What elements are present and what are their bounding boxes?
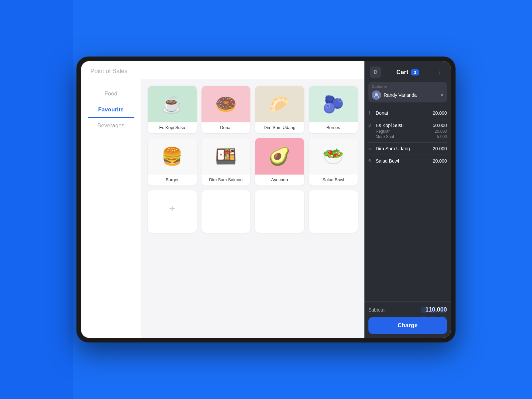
food-card-label: Dim Sum Salmon <box>201 175 251 186</box>
cart-item-dim-sum-udang: 5 Dim Sum Udang 20.000 <box>368 143 447 155</box>
cart-item-price: 20.000 <box>433 110 447 116</box>
trash-button[interactable] <box>370 66 381 78</box>
subtotal-label: Subtotal <box>368 307 385 313</box>
cart-item-sub-items: Regular 20.000 More Shot 5.000 <box>368 129 447 139</box>
cart-item-name: Dim Sum Udang <box>376 146 431 151</box>
add-item-icon: + <box>148 190 197 227</box>
add-item-label <box>148 227 197 233</box>
customer-close-button[interactable]: × <box>441 92 444 98</box>
cart-item-qty: 8 <box>368 123 374 128</box>
cart-badge: 3 <box>411 69 419 75</box>
cart-item-price: 50.000 <box>433 123 447 128</box>
cart-sub-row: More Shot 5.000 <box>376 134 447 139</box>
cart-title-area: Cart 3 <box>384 69 432 76</box>
empty-card-2 <box>255 190 304 233</box>
sidebar-nav: Food Favourite Beverages <box>81 79 141 338</box>
food-grid-area: ☕ Es Kopi Susu 🍩 Donat <box>141 79 364 338</box>
customer-avatar <box>372 90 381 100</box>
food-card-label: Berries <box>309 122 358 133</box>
left-panel: Point of Sales Food Favourite Beverages <box>81 61 364 338</box>
cart-item-es-kopi-susu: 8 Es Kopi Susu 50.000 Regular 20.000 Mor… <box>368 119 447 143</box>
cart-sub-row: Regular 20.000 <box>376 129 447 134</box>
food-card-es-kopi-susu[interactable]: ☕ Es Kopi Susu <box>148 86 197 133</box>
cart-panel: Cart 3 ⋮ Customer Randy Varianda × <box>364 61 451 338</box>
more-options-button[interactable]: ⋮ <box>434 66 446 78</box>
food-card-label: Salad Bowl <box>309 175 358 186</box>
trash-icon <box>373 69 378 75</box>
food-card-label: Dim Sum Udang <box>255 122 304 133</box>
sidebar-item-food[interactable]: Food <box>81 86 141 102</box>
food-card-image: 🫐 <box>309 86 358 122</box>
food-card-image: 🍩 <box>201 86 251 122</box>
food-card-dim-sum-udang[interactable]: 🥟 Dim Sum Udang <box>255 86 304 133</box>
food-grid: ☕ Es Kopi Susu 🍩 Donat <box>148 86 358 233</box>
cart-items-list: 1 Donat 20.000 8 Es Kopi Susu 50.000 Reg… <box>364 105 451 301</box>
content-area: Food Favourite Beverages <box>81 79 364 338</box>
food-card-image: ☕ <box>148 86 197 122</box>
app-container: Point of Sales Food Favourite Beverages <box>81 61 451 338</box>
food-card-image: 🍱 <box>201 138 251 175</box>
cart-item-name: Es Kopi Susu <box>376 123 431 128</box>
food-card-label: Burger <box>148 175 197 186</box>
cart-title: Cart <box>396 69 408 76</box>
food-card-image: 🥑 <box>255 138 304 175</box>
cart-item-name: Salad Bowl <box>376 158 431 164</box>
add-item-card[interactable]: + <box>148 190 197 233</box>
food-card-label: Es Kopi Susu <box>148 122 197 133</box>
food-card-label: Avocado <box>255 175 304 186</box>
tablet-frame: Point of Sales Food Favourite Beverages <box>76 57 456 342</box>
food-card-image: 🍔 <box>148 138 197 175</box>
food-card-burger[interactable]: 🍔 Burger <box>148 138 197 186</box>
food-card-avocado[interactable]: 🥑 Avocado <box>255 138 304 186</box>
food-card-donat[interactable]: 🍩 Donat <box>201 86 251 133</box>
sidebar-item-favourite[interactable]: Favourite <box>81 102 141 118</box>
food-card-image: 🥗 <box>309 138 358 175</box>
food-card-label: Donat <box>201 122 251 133</box>
food-card-berries[interactable]: 🫐 Berries <box>309 86 358 133</box>
app-title: Point of Sales <box>90 68 127 74</box>
cart-item-donat: 1 Donat 20.000 <box>368 107 447 119</box>
food-card-salad-bowl[interactable]: 🥗 Salad Bowl <box>309 138 358 186</box>
decorative-dots <box>421 307 446 323</box>
empty-card-1 <box>201 190 251 233</box>
cart-item-name: Donat <box>376 110 431 116</box>
cart-item-qty: 5 <box>368 146 374 151</box>
cart-item-qty: 1 <box>368 110 374 115</box>
customer-name: Randy Varianda <box>384 92 438 98</box>
cart-header: Cart 3 ⋮ <box>364 61 451 82</box>
customer-row: Randy Varianda × <box>372 90 444 100</box>
customer-label: Customer <box>372 84 444 88</box>
cart-item-qty: 5 <box>368 158 374 163</box>
cart-item-price: 20.000 <box>433 158 447 164</box>
food-card-image: 🥟 <box>255 86 304 122</box>
cart-item-salad-bowl: 5 Salad Bowl 20.000 <box>368 155 447 167</box>
header-bar: Point of Sales <box>81 61 364 79</box>
customer-section: Customer Randy Varianda × <box>368 82 447 102</box>
food-card-dim-sum-salmon[interactable]: 🍱 Dim Sum Salmon <box>201 138 251 186</box>
sidebar-item-beverages[interactable]: Beverages <box>81 118 141 134</box>
cart-item-price: 20.000 <box>433 146 447 151</box>
empty-card-3 <box>309 190 358 233</box>
